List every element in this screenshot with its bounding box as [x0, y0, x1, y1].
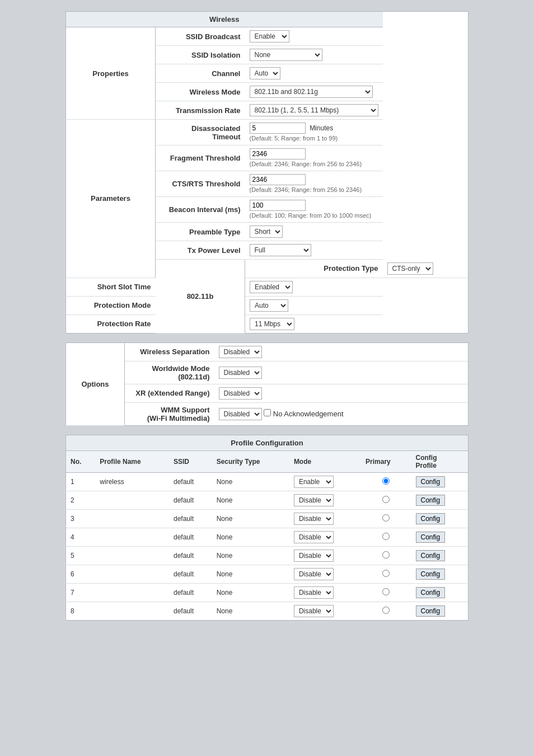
worldwide-mode-select[interactable]: Disabled Enabled — [219, 367, 262, 379]
profile-mode-select-4[interactable]: EnableDisable — [294, 531, 334, 543]
profile-row-8: 8 default None EnableDisable Config — [66, 602, 469, 620]
protection-type-label: Protection Type — [245, 260, 383, 278]
profile-config-6: Config — [411, 565, 469, 583]
xr-range-value: Disabled Enabled — [214, 384, 469, 402]
profile-mode-8: EnableDisable — [289, 602, 361, 620]
profile-security-6: None — [212, 565, 289, 583]
profile-primary-radio-7[interactable] — [382, 588, 390, 595]
config-button-5[interactable]: Config — [416, 550, 446, 561]
short-slot-time-label: Short Slot Time — [66, 278, 156, 296]
profile-primary-radio-8[interactable] — [382, 607, 390, 614]
preamble-type-select[interactable]: Short Long — [250, 226, 283, 238]
transmission-rate-select[interactable]: 802.11b (1, 2, 5.5, 11 Mbps) Auto 1 Mbps… — [250, 104, 378, 116]
profile-ssid-7: default — [169, 583, 212, 602]
wmm-support-select[interactable]: Disabled Enabled — [219, 408, 262, 420]
profile-row-3: 3 default None EnableDisable Config — [66, 509, 469, 528]
cts-rts-threshold-input[interactable] — [250, 174, 306, 185]
profile-ssid-8: default — [169, 602, 212, 620]
config-button-2[interactable]: Config — [416, 495, 446, 506]
profile-row-5: 5 default None EnableDisable Config — [66, 546, 469, 565]
wireless-mode-select[interactable]: 802.11b and 802.11g 802.11b only 802.11g… — [250, 86, 373, 98]
ssid-broadcast-select[interactable]: Enable Disable — [250, 30, 289, 43]
config-button-6[interactable]: Config — [416, 569, 446, 580]
profile-security-3: None — [212, 509, 289, 528]
profile-row-4: 4 default None EnableDisable Config — [66, 528, 469, 546]
protection-type-select[interactable]: CTS-only RTS-CTS None — [387, 262, 433, 275]
profile-primary-radio-2[interactable] — [382, 496, 390, 503]
profile-name-1: wireless — [95, 472, 169, 491]
profile-mode-7: EnableDisable — [289, 583, 361, 602]
channel-label: Channel — [156, 64, 245, 83]
protection-rate-select[interactable]: 11 Mbps 1 Mbps 2 Mbps 5.5 Mbps — [250, 318, 294, 330]
xr-range-select[interactable]: Disabled Enabled — [219, 387, 262, 400]
transmission-rate-value: 802.11b (1, 2, 5.5, 11 Mbps) Auto 1 Mbps… — [245, 101, 383, 120]
profile-ssid-2: default — [169, 491, 212, 509]
fragment-threshold-label: Fragment Threshold — [156, 145, 245, 171]
config-button-3[interactable]: Config — [416, 513, 446, 524]
fragment-threshold-input[interactable] — [250, 148, 306, 159]
profile-no-6: 6 — [66, 565, 96, 583]
profile-primary-radio-6[interactable] — [382, 570, 390, 577]
profile-config-3: Config — [411, 509, 469, 528]
profile-no-2: 2 — [66, 491, 96, 509]
protection-mode-select[interactable]: Auto Always None — [250, 299, 288, 312]
profile-no-4: 4 — [66, 528, 96, 546]
profile-mode-1: EnableDisable — [289, 472, 361, 491]
tx-power-level-select[interactable]: Full Half Quarter Eighth Minimum — [250, 244, 311, 256]
profile-row-1: 1 wireless default None EnableDisable Co… — [66, 472, 469, 491]
profile-name-6 — [95, 565, 169, 583]
profile-mode-select-1[interactable]: EnableDisable — [294, 476, 334, 488]
profile-primary-7 — [361, 583, 411, 602]
short-slot-time-value: Enabled Disabled — [245, 278, 383, 296]
profile-no-3: 3 — [66, 509, 96, 528]
ssid-broadcast-row: Properties SSID Broadcast Enable Disable — [66, 27, 469, 46]
options-table: Options Wireless Separation Disabled Ena… — [65, 342, 469, 426]
config-button-8[interactable]: Config — [416, 605, 446, 617]
protection-rate-label: Protection Rate — [66, 314, 156, 333]
config-button-7[interactable]: Config — [416, 587, 446, 598]
profile-mode-select-6[interactable]: EnableDisable — [294, 568, 334, 580]
profile-config-5: Config — [411, 546, 469, 565]
profile-security-2: None — [212, 491, 289, 509]
xr-range-row: XR (eXtended Range) Disabled Enabled — [66, 384, 469, 402]
profile-mode-select-2[interactable]: EnableDisable — [294, 494, 334, 506]
profile-mode-select-5[interactable]: EnableDisable — [294, 550, 334, 562]
dot11b-group-label: 802.11b — [156, 260, 245, 334]
profile-mode-4: EnableDisable — [289, 528, 361, 546]
profile-primary-radio-5[interactable] — [382, 551, 390, 558]
profile-security-8: None — [212, 602, 289, 620]
wireless-table: Wireless Properties SSID Broadcast Enabl… — [65, 11, 469, 334]
config-button-4[interactable]: Config — [416, 532, 446, 543]
fragment-threshold-hint: (Default: 2346; Range: from 256 to 2346) — [250, 161, 362, 167]
profile-primary-4 — [361, 528, 411, 546]
wireless-separation-value: Disabled Enabled — [214, 342, 469, 361]
profile-mode-select-7[interactable]: EnableDisable — [294, 586, 334, 599]
profile-primary-3 — [361, 509, 411, 528]
profile-primary-radio-1[interactable] — [382, 477, 390, 485]
no-ack-label: No Acknowledgement — [273, 410, 344, 418]
minutes-label: Minutes — [310, 124, 333, 132]
profile-security-7: None — [212, 583, 289, 602]
disassociated-timeout-input[interactable] — [250, 123, 306, 134]
no-ack-checkbox[interactable] — [264, 409, 271, 416]
profile-no-7: 7 — [66, 583, 96, 602]
wireless-separation-row: Options Wireless Separation Disabled Ena… — [66, 342, 469, 361]
profile-config-2: Config — [411, 491, 469, 509]
profile-ssid-5: default — [169, 546, 212, 565]
profile-mode-select-3[interactable]: EnableDisable — [294, 513, 334, 525]
col-primary: Primary — [361, 450, 411, 472]
wireless-separation-select[interactable]: Disabled Enabled — [219, 346, 262, 358]
beacon-interval-input[interactable] — [250, 200, 306, 211]
page-wrapper: Wireless Properties SSID Broadcast Enabl… — [65, 11, 469, 621]
ssid-isolation-select[interactable]: None Enabled — [250, 49, 322, 61]
config-button-1[interactable]: Config — [416, 476, 446, 487]
channel-select[interactable]: Auto 12345 67891011 — [250, 67, 280, 79]
disassociated-timeout-row: Parameters DisassociatedTimeout Minutes … — [66, 120, 469, 145]
profile-primary-radio-3[interactable] — [382, 514, 390, 522]
profile-mode-select-8[interactable]: EnableDisable — [294, 605, 334, 617]
profile-name-3 — [95, 509, 169, 528]
profile-primary-radio-4[interactable] — [382, 533, 390, 540]
worldwide-mode-row: Worldwide Mode(802.11d) Disabled Enabled — [66, 361, 469, 384]
short-slot-time-select[interactable]: Enabled Disabled — [250, 281, 293, 293]
tx-power-level-label: Tx Power Level — [156, 241, 245, 260]
